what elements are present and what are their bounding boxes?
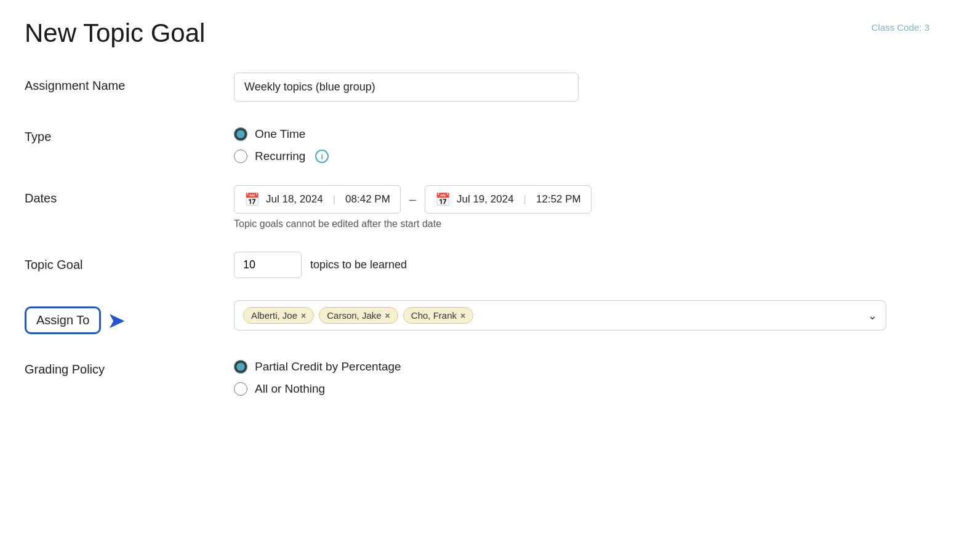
end-time-value: 12:52 PM [536,193,581,206]
assign-to-arrow-icon: ➤ [107,310,126,332]
topic-goal-input[interactable] [234,252,302,278]
page-title: New Topic Goal [25,18,205,48]
assign-to-row: Assign To ➤ Alberti, Joe × Carson, Jake … [25,300,886,334]
assignee-name-1: Carson, Jake [327,310,381,321]
assignee-remove-2[interactable]: × [460,311,465,321]
dates-row: Dates 📅 Jul 18, 2024 | 08:42 PM – 📅 Jul … [25,185,886,230]
grading-radio-group: Partial Credit by Percentage All or Noth… [234,356,886,396]
assignee-tag-0: Alberti, Joe × [243,307,314,324]
assign-to-dropdown[interactable]: Alberti, Joe × Carson, Jake × Cho, Frank… [234,300,886,330]
grading-policy-control: Partial Credit by Percentage All or Noth… [234,356,886,396]
end-calendar-icon: 📅 [435,192,451,207]
assign-to-label-wrapper: Assign To ➤ [25,300,234,334]
dates-control: 📅 Jul 18, 2024 | 08:42 PM – 📅 Jul 19, 20… [234,185,886,230]
grading-option-partial[interactable]: Partial Credit by Percentage [234,360,886,374]
start-date-value: Jul 18, 2024 [266,193,323,206]
start-time-value: 08:42 PM [345,193,390,206]
topic-goal-row: Topic Goal topics to be learned [25,252,886,278]
assignee-tag-1: Carson, Jake × [319,307,398,324]
topic-goal-input-row: topics to be learned [234,252,886,278]
grading-radio-all-or-nothing[interactable] [234,382,247,396]
assignee-remove-0[interactable]: × [301,311,306,321]
assignment-name-label: Assignment Name [25,73,234,93]
grading-radio-partial[interactable] [234,360,247,374]
dates-inputs-row: 📅 Jul 18, 2024 | 08:42 PM – 📅 Jul 19, 20… [234,185,886,214]
assignee-name-2: Cho, Frank [411,310,457,321]
form-container: Assignment Name Type One Time Recurring … [25,73,886,396]
grading-partial-label: Partial Credit by Percentage [255,360,401,374]
type-radio-recurring[interactable] [234,150,247,163]
assign-to-chevron-icon[interactable]: ⌄ [862,309,877,322]
assignees-tags: Alberti, Joe × Carson, Jake × Cho, Frank… [243,307,862,324]
type-radio-group: One Time Recurring i [234,124,886,163]
assignment-name-input[interactable] [234,73,579,102]
class-code: Class Code: 3 [872,18,929,33]
type-row: Type One Time Recurring i [25,124,886,163]
dates-note: Topic goals cannot be edited after the s… [234,218,886,230]
grading-policy-label: Grading Policy [25,356,234,377]
assignee-tag-2: Cho, Frank × [403,307,473,324]
type-option-recurring[interactable]: Recurring i [234,150,886,163]
topic-goal-label: Topic Goal [25,252,234,272]
end-date-input[interactable]: 📅 Jul 19, 2024 | 12:52 PM [425,185,591,214]
assign-to-label: Assign To [25,306,101,334]
topic-goal-control: topics to be learned [234,252,886,278]
assignee-remove-1[interactable]: × [385,311,390,321]
type-label: Type [25,124,234,144]
assignment-name-control [234,73,886,102]
assign-to-control: Alberti, Joe × Carson, Jake × Cho, Frank… [234,300,886,330]
start-date-input[interactable]: 📅 Jul 18, 2024 | 08:42 PM [234,185,401,214]
end-date-value: Jul 19, 2024 [457,193,514,206]
grading-option-all-or-nothing[interactable]: All or Nothing [234,382,886,396]
type-one-time-label: One Time [255,127,305,141]
type-recurring-label: Recurring [255,150,305,163]
dates-label: Dates [25,185,234,206]
date-range-separator: – [409,193,416,207]
topics-label: topics to be learned [310,258,407,271]
grading-all-or-nothing-label: All or Nothing [255,382,325,396]
assign-to-highlight-wrapper: Assign To ➤ [25,306,234,334]
type-control: One Time Recurring i [234,124,886,163]
assignee-name-0: Alberti, Joe [251,310,297,321]
type-option-one-time[interactable]: One Time [234,127,886,141]
assignment-name-row: Assignment Name [25,73,886,102]
grading-policy-row: Grading Policy Partial Credit by Percent… [25,356,886,396]
recurring-info-icon[interactable]: i [315,150,329,163]
type-radio-one-time[interactable] [234,127,247,141]
start-calendar-icon: 📅 [244,192,260,207]
